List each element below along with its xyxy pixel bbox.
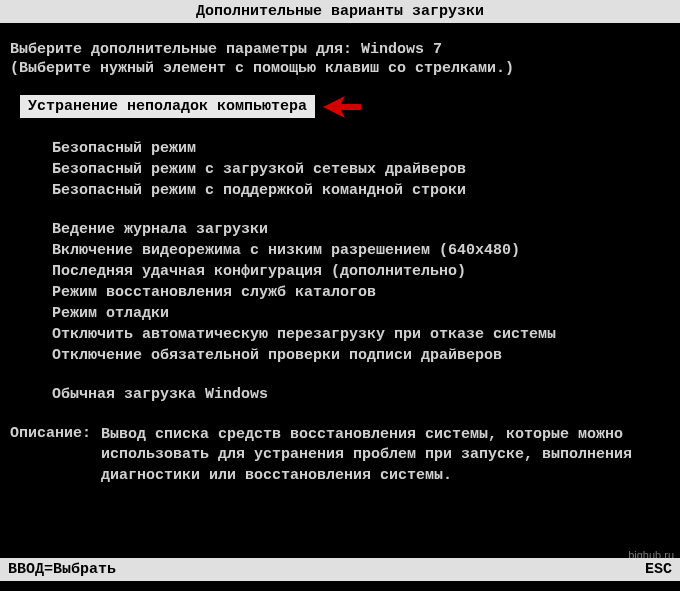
selected-row: Устранение неполадок компьютера [20,95,670,118]
menu-item-lowres[interactable]: Включение видеорежима с низким разрешени… [52,242,670,259]
menu-item-nosigcheck[interactable]: Отключение обязательной проверки подписи… [52,347,670,364]
menu-item-noautorestart[interactable]: Отключить автоматическую перезагрузку пр… [52,326,670,343]
menu-item-safemode-cmd[interactable]: Безопасный режим с поддержкой командной … [52,182,670,199]
menu-item-safemode-network[interactable]: Безопасный режим с загрузкой сетевых дра… [52,161,670,178]
arrow-left-icon [323,96,361,118]
description-label: Описание: [10,425,91,486]
description-block: Описание: Вывод списка средств восстанов… [10,425,670,486]
svg-marker-0 [323,96,361,118]
description-text: Вывод списка средств восстановления сист… [101,425,670,486]
menu-item-lastknown[interactable]: Последняя удачная конфигурация (дополнит… [52,263,670,280]
menu-item-debug[interactable]: Режим отладки [52,305,670,322]
footer-esc-hint: ESC [645,561,672,578]
prompt-line: Выберите дополнительные параметры для: W… [10,41,670,58]
screen-title: Дополнительные варианты загрузки [196,3,484,20]
menu-item-bootlog[interactable]: Ведение журнала загрузки [52,221,670,238]
menu-group-normal: Обычная загрузка Windows [52,386,670,403]
title-bar: Дополнительные варианты загрузки [0,0,680,23]
content-area: Выберите дополнительные параметры для: W… [0,23,680,486]
menu-group-safemode: Безопасный режим Безопасный режим с загр… [52,140,670,199]
menu-item-dsrestore[interactable]: Режим восстановления служб каталогов [52,284,670,301]
hint-line: (Выберите нужный элемент с помощью клави… [10,60,670,77]
menu-item-repair[interactable]: Устранение неполадок компьютера [20,95,315,118]
menu-item-safemode[interactable]: Безопасный режим [52,140,670,157]
footer-enter-hint: ВВОД=Выбрать [8,561,116,578]
menu-item-normal[interactable]: Обычная загрузка Windows [52,386,670,403]
menu-group-advanced: Ведение журнала загрузки Включение видео… [52,221,670,364]
footer-bar: ВВОД=Выбрать ESC [0,558,680,581]
